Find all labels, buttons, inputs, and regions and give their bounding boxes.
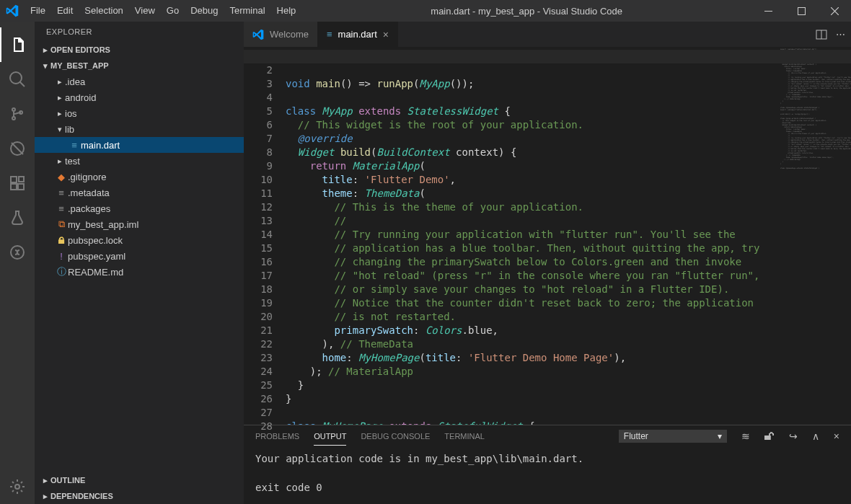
tree-label: lib	[65, 124, 74, 135]
activity-test-icon[interactable]	[0, 200, 35, 235]
tree-file-iml[interactable]: ⧉my_best_app.iml	[35, 216, 244, 232]
chevron-down-icon: ▾	[718, 431, 722, 441]
output-body[interactable]: Your application code is in my_best_app\…	[244, 447, 851, 504]
tree-file-metadata[interactable]: ≡.metadata	[35, 185, 244, 200]
tree-file-packages[interactable]: ≡.packages	[35, 200, 244, 216]
generic-file-icon: ≡	[55, 203, 68, 214]
activity-explorer-icon[interactable]	[0, 27, 35, 62]
tree-file-main-dart[interactable]: ≡main.dart	[35, 137, 244, 153]
window-maximize-icon[interactable]	[785, 0, 818, 22]
code-area[interactable]: import 'package:flutter/material.dart'; …	[283, 47, 779, 425]
panel-tab-terminal[interactable]: TERMINAL	[444, 428, 485, 445]
tree-label: pubspec.lock	[68, 235, 123, 246]
menu-file[interactable]: File	[25, 0, 51, 22]
svg-rect-1	[798, 7, 805, 14]
open-log-icon[interactable]: ↪	[789, 430, 798, 442]
maximize-panel-icon[interactable]: ∧	[812, 430, 819, 442]
yaml-file-icon: !	[55, 251, 68, 262]
tree-folder-idea[interactable]: ▸.idea	[35, 74, 244, 89]
activity-settings-icon[interactable]	[0, 469, 35, 504]
tab-main-dart-label: main.dart	[338, 29, 377, 40]
menu-view[interactable]: View	[129, 0, 161, 22]
vscode-logo-icon	[0, 4, 25, 17]
section-open-editors[interactable]: ▸OPEN EDITORS	[35, 42, 244, 58]
activity-scm-icon[interactable]	[0, 97, 35, 131]
line-number-gutter: 1234567891011121314151617181920212223242…	[244, 47, 283, 425]
tree-label: .metadata	[68, 187, 110, 198]
tree-folder-android[interactable]: ▸android	[35, 89, 244, 105]
window-title: main.dart - my_best_app - Visual Studio …	[301, 6, 751, 17]
section-dependencies-label: DEPENDENCIES	[50, 492, 113, 500]
git-file-icon: ◆	[55, 172, 68, 182]
output-line: exit code 0	[255, 480, 839, 495]
output-channel-select[interactable]: Flutter▾	[619, 430, 727, 443]
section-project-label: MY_BEST_APP	[50, 61, 109, 70]
tree-file-readme[interactable]: ⓘREADME.md	[35, 264, 244, 280]
tree-label: android	[65, 92, 96, 103]
tab-welcome-label: Welcome	[270, 29, 309, 40]
split-editor-icon[interactable]	[816, 29, 827, 40]
svg-point-4	[15, 485, 19, 489]
explorer-sidebar: EXPLORER ▸OPEN EDITORS ▾MY_BEST_APP ▸.id…	[35, 22, 244, 504]
title-bar: File Edit Selection View Go Debug Termin…	[0, 0, 851, 22]
section-dependencies[interactable]: ▸DEPENDENCIES	[35, 488, 244, 504]
tree-label: README.md	[68, 267, 123, 278]
tree-file-pubspec-yaml[interactable]: !pubspec.yaml	[35, 248, 244, 264]
tree-label: pubspec.yaml	[68, 251, 125, 262]
menu-help[interactable]: Help	[271, 0, 302, 22]
bottom-panel: PROBLEMS OUTPUT DEBUG CONSOLE TERMINAL F…	[244, 425, 851, 504]
close-panel-icon[interactable]: ×	[834, 430, 839, 442]
activity-extensions-icon[interactable]	[0, 166, 35, 200]
file-tree: ▸.idea ▸android ▸ios ▾lib ≡main.dart ▸te…	[35, 74, 244, 472]
explorer-title: EXPLORER	[35, 22, 244, 42]
activity-flutter-icon[interactable]	[0, 235, 35, 270]
tree-label: .gitignore	[68, 172, 106, 182]
panel-tab-debug[interactable]: DEBUG CONSOLE	[361, 428, 430, 445]
iml-file-icon: ⧉	[55, 218, 68, 230]
activity-debug-icon[interactable]	[0, 131, 35, 166]
tree-label: .idea	[65, 76, 85, 87]
section-outline[interactable]: ▸OUTLINE	[35, 472, 244, 488]
section-project[interactable]: ▾MY_BEST_APP	[35, 58, 244, 74]
editor-zone: Welcome ≡ main.dart × ⋯ 1234567891011121…	[244, 22, 851, 504]
minimap[interactable]: import 'package:flutter/material.dart'; …	[779, 47, 851, 425]
tree-folder-lib[interactable]: ▾lib	[35, 121, 244, 137]
window-close-icon[interactable]	[818, 0, 851, 22]
svg-rect-0	[764, 11, 772, 12]
vscode-logo-icon	[252, 29, 264, 40]
lock-file-icon: 🔒︎	[55, 235, 68, 246]
tab-close-icon[interactable]: ×	[383, 29, 389, 40]
activity-bar	[0, 22, 35, 504]
tree-file-pubspec-lock[interactable]: 🔒︎pubspec.lock	[35, 232, 244, 248]
lock-scroll-icon[interactable]: 🔓︎	[764, 430, 775, 442]
tree-label: main.dart	[81, 140, 120, 151]
menu-selection[interactable]: Selection	[79, 0, 128, 22]
menu-bar: File Edit Selection View Go Debug Termin…	[25, 0, 301, 22]
panel-tab-output[interactable]: OUTPUT	[314, 428, 346, 446]
menu-go[interactable]: Go	[161, 0, 185, 22]
editor-tabs: Welcome ≡ main.dart × ⋯	[244, 22, 851, 47]
editor-body[interactable]: 1234567891011121314151617181920212223242…	[244, 47, 851, 425]
tree-label: my_best_app.iml	[68, 219, 138, 230]
more-actions-icon[interactable]: ⋯	[836, 29, 845, 40]
menu-edit[interactable]: Edit	[51, 0, 79, 22]
tree-folder-test[interactable]: ▸test	[35, 153, 244, 169]
info-file-icon: ⓘ	[55, 265, 68, 278]
tree-file-gitignore[interactable]: ◆.gitignore	[35, 169, 244, 185]
tree-folder-ios[interactable]: ▸ios	[35, 105, 244, 121]
tab-main-dart[interactable]: ≡ main.dart ×	[318, 22, 398, 47]
activity-search-icon[interactable]	[0, 62, 35, 97]
section-open-editors-label: OPEN EDITORS	[50, 45, 110, 54]
window-minimize-icon[interactable]	[751, 0, 785, 22]
menu-terminal[interactable]: Terminal	[224, 0, 270, 22]
tab-welcome[interactable]: Welcome	[244, 22, 318, 47]
dart-file-icon: ≡	[327, 29, 332, 40]
tree-label: test	[65, 156, 80, 167]
output-channel-label: Flutter	[624, 431, 648, 441]
clear-output-icon[interactable]: ≋	[741, 430, 750, 442]
dart-file-icon: ≡	[68, 140, 81, 151]
output-line: Your application code is in my_best_app\…	[255, 451, 839, 466]
generic-file-icon: ≡	[55, 187, 68, 198]
menu-debug[interactable]: Debug	[185, 0, 224, 22]
section-outline-label: OUTLINE	[50, 476, 85, 485]
